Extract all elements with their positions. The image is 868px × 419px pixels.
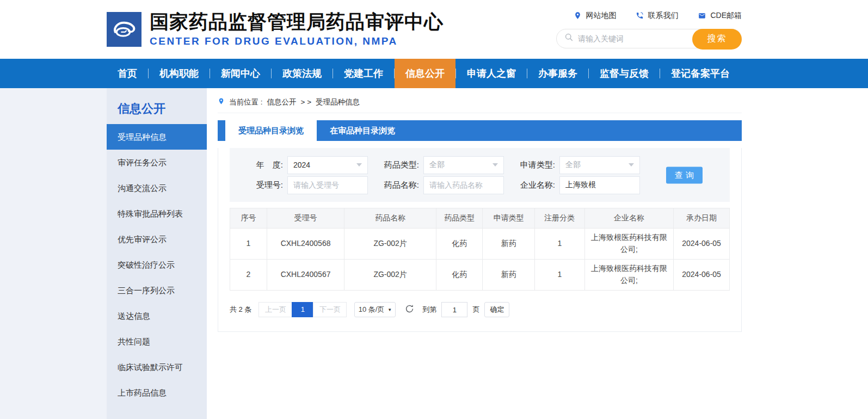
- goto-page: 到第 页: [422, 302, 479, 317]
- brand-text: 国家药品监督管理局药品审评中心 CENTER FOR DRUG EVALUATI…: [150, 11, 444, 47]
- sidebar-item-delivery-info[interactable]: 送达信息: [107, 303, 207, 329]
- nav-item-news[interactable]: 新闻中心: [210, 59, 271, 88]
- breadcrumb-separator: > >: [301, 98, 312, 106]
- drug-name-input[interactable]: [423, 176, 504, 194]
- link-contact-us[interactable]: 联系我们: [636, 11, 678, 21]
- field-label: 受理号:: [239, 180, 283, 190]
- cell-handling-date: 2024-06-05: [674, 229, 730, 260]
- cell-company-name: 上海致根医药科技有限公司;: [584, 229, 673, 260]
- pagination-total: 共 2 条: [230, 305, 251, 315]
- pagination: 共 2 条 上一页 1 下一页 10 条/页 ▼: [230, 302, 730, 317]
- content-row: 信息公开 受理品种信息 审评任务公示 沟通交流公示 特殊审批品种列表 优先审评公…: [0, 88, 868, 419]
- sidebar-item-clinical-trial-implied-license[interactable]: 临床试验默示许可: [107, 354, 207, 380]
- nav-item-applicant-window[interactable]: 申请人之窗: [456, 59, 527, 88]
- nav-item-info-disclosure[interactable]: 信息公开: [395, 59, 455, 88]
- filter-panel: 年 度: 2024 药品类型: 全部: [230, 148, 730, 202]
- field-acceptance-number: 受理号:: [239, 176, 368, 194]
- page-size-value: 10 条/页: [359, 305, 385, 315]
- cell-company-name: 上海致根医药科技有限公司;: [584, 260, 673, 291]
- nav-item-registration-platform[interactable]: 登记备案平台: [660, 59, 741, 88]
- acceptance-number-input[interactable]: [287, 176, 368, 194]
- mail-icon: [698, 12, 706, 20]
- link-site-map[interactable]: 网站地图: [574, 11, 616, 21]
- nav-item-party-building[interactable]: 党建工作: [333, 59, 394, 88]
- link-cde-mail[interactable]: CDE邮箱: [698, 11, 742, 21]
- field-label: 药品名称:: [375, 180, 419, 190]
- quick-link-label: CDE邮箱: [710, 11, 742, 21]
- sidebar-item-three-in-one-sequence[interactable]: 三合一序列公示: [107, 278, 207, 303]
- cell-drug-name: ZG-002片: [344, 260, 436, 291]
- application-type-select[interactable]: 全部: [559, 156, 640, 174]
- breadcrumb: 当前位置 : 信息公开 > > 受理品种信息: [218, 96, 742, 113]
- confirm-button[interactable]: 确定: [484, 302, 509, 317]
- column-header-index: 序号: [230, 208, 267, 229]
- breadcrumb-current: 受理品种信息: [316, 97, 360, 107]
- site-header: 国家药品监督管理局药品审评中心 CENTER FOR DRUG EVALUATI…: [0, 0, 868, 59]
- location-pin-icon: [574, 11, 582, 20]
- breadcrumb-label: 当前位置 :: [229, 97, 263, 107]
- breadcrumb-section[interactable]: 信息公开: [267, 97, 297, 107]
- nav-item-functions[interactable]: 机构职能: [149, 59, 210, 88]
- field-label: 企业名称:: [512, 180, 555, 190]
- main-nav: 首页 机构职能 新闻中心 政策法规 党建工作 信息公开 申请人之窗 办事服务 监…: [0, 59, 868, 88]
- main-content: 当前位置 : 信息公开 > > 受理品种信息 受理品种目录浏览 在审品种目录浏览: [207, 88, 868, 419]
- refresh-button[interactable]: [404, 304, 415, 315]
- sidebar: 信息公开 受理品种信息 审评任务公示 沟通交流公示 特殊审批品种列表 优先审评公…: [107, 88, 207, 419]
- table-row: 2 CXHL2400567 ZG-002片 化药 新药 1 上海致根医药科技有限…: [230, 260, 730, 291]
- sidebar-item-special-approval-list[interactable]: 特殊审批品种列表: [107, 201, 207, 226]
- prev-page-button[interactable]: 上一页: [258, 302, 292, 317]
- table-row: 1 CXHL2400568 ZG-002片 化药 新药 1 上海致根医药科技有限…: [230, 229, 730, 260]
- acceptance-table: 序号 受理号 药品名称 药品类型 申请类型 注册分类 企业名称 承办日期: [230, 208, 730, 291]
- field-drug-type: 药品类型: 全部: [375, 156, 504, 174]
- location-pin-icon: [218, 97, 225, 107]
- next-page-button[interactable]: 下一页: [313, 302, 347, 317]
- field-company-name: 企业名称:: [512, 176, 640, 194]
- company-name-input[interactable]: [559, 176, 640, 194]
- site-subtitle: CENTER FOR DRUG EVALUATION, NMPA: [150, 35, 444, 47]
- nav-item-policies[interactable]: 政策法规: [272, 59, 333, 88]
- sidebar-item-marketed-drug-info[interactable]: 上市药品信息: [107, 380, 207, 405]
- nav-item-services[interactable]: 办事服务: [527, 59, 588, 88]
- cell-drug-name: ZG-002片: [344, 229, 436, 260]
- chevron-down-icon: [356, 163, 362, 167]
- column-header-company-name: 企业名称: [584, 208, 673, 229]
- sidebar-title: 信息公开: [107, 99, 207, 124]
- chevron-down-icon: [629, 163, 634, 167]
- cell-acceptance-number: CXHL2400568: [267, 229, 344, 260]
- query-button[interactable]: 查询: [666, 167, 703, 183]
- page-1-button[interactable]: 1: [292, 302, 313, 317]
- nav-item-supervision-feedback[interactable]: 监督与反馈: [589, 59, 660, 88]
- search-button[interactable]: 搜索: [692, 29, 742, 50]
- column-header-drug-type: 药品类型: [436, 208, 483, 229]
- quick-link-label: 网站地图: [586, 11, 616, 21]
- brand: 国家药品监督管理局药品审评中心 CENTER FOR DRUG EVALUATI…: [107, 11, 444, 47]
- header-right: 网站地图 联系我们 CDE邮箱: [556, 11, 742, 48]
- page-size-select[interactable]: 10 条/页 ▼: [354, 302, 396, 317]
- sidebar-item-breakthrough-therapy-publicity[interactable]: 突破性治疗公示: [107, 252, 207, 278]
- sidebar-item-priority-review-publicity[interactable]: 优先审评公示: [107, 226, 207, 252]
- cell-drug-type: 化药: [436, 229, 483, 260]
- field-label: 申请类型:: [512, 160, 555, 170]
- nav-item-home[interactable]: 首页: [107, 59, 148, 88]
- field-year: 年 度: 2024: [239, 156, 368, 174]
- sidebar-item-communication-publicity[interactable]: 沟通交流公示: [107, 175, 207, 201]
- filter-row-1: 年 度: 2024 药品类型: 全部: [239, 156, 720, 174]
- tab-accepted-catalog[interactable]: 受理品种目录浏览: [225, 120, 317, 141]
- cell-registration-category: 1: [534, 260, 584, 291]
- left-gutter: [0, 88, 107, 419]
- field-label: 药品类型:: [375, 160, 419, 170]
- column-header-acceptance-number: 受理号: [267, 208, 344, 229]
- goto-page-input[interactable]: [441, 302, 467, 317]
- year-select[interactable]: 2024: [287, 156, 368, 174]
- goto-label: 到第: [422, 305, 436, 315]
- sidebar-item-common-issues[interactable]: 共性问题: [107, 329, 207, 354]
- sidebar-item-review-task-publicity[interactable]: 审评任务公示: [107, 150, 207, 175]
- sidebar-item-accepted-variety-info[interactable]: 受理品种信息: [107, 124, 207, 150]
- page: 国家药品监督管理局药品审评中心 CENTER FOR DRUG EVALUATI…: [0, 0, 868, 419]
- chevron-down-icon: ▼: [387, 307, 392, 312]
- table-header-row: 序号 受理号 药品名称 药品类型 申请类型 注册分类 企业名称 承办日期: [230, 208, 730, 229]
- drug-type-select[interactable]: 全部: [423, 156, 504, 174]
- tab-under-review-catalog[interactable]: 在审品种目录浏览: [317, 120, 408, 141]
- search-icon: [564, 33, 574, 44]
- cell-application-type: 新药: [483, 260, 534, 291]
